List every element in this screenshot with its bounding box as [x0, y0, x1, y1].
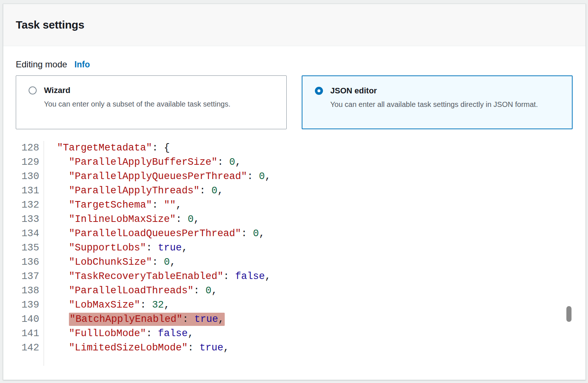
option-card-wizard[interactable]: WizardYou can enter only a subset of the…: [16, 75, 287, 129]
code-line-text: "LobChunkSize": 0,: [39, 255, 176, 269]
code-line-129[interactable]: 129 "ParallelApplyBufferSize": 0,: [3, 155, 585, 170]
code-line-132[interactable]: 132 "TargetSchema": "",: [3, 198, 585, 212]
option-card-row: JSON editorYou can enter all available t…: [302, 76, 572, 110]
info-link[interactable]: Info: [74, 60, 90, 70]
line-number: 137: [3, 269, 39, 284]
line-number: 139: [3, 298, 39, 312]
task-settings-panel: Task settings Editing mode Info WizardYo…: [3, 4, 586, 380]
code-line-133[interactable]: 133 "InlineLobMaxSize": 0,: [3, 212, 585, 227]
code-line-text: "TargetSchema": "",: [39, 198, 182, 212]
highlighted-code: "BatchApplyEnabled": true,: [69, 313, 225, 326]
code-line-text: "TargetMetadata": {: [39, 141, 170, 155]
code-line-142[interactable]: 142 "LimitedSizeLobMode": true,: [3, 341, 585, 355]
line-number: 142: [3, 341, 39, 355]
code-line-text: "ParallelLoadThreads": 0,: [39, 284, 217, 298]
code-line-135[interactable]: 135 "SupportLobs": true,: [3, 241, 585, 255]
code-line-text: "ParallelLoadQueuesPerThread": 0,: [39, 227, 265, 241]
option-description: You can enter only a subset of the avail…: [44, 98, 230, 110]
option-card-row: WizardYou can enter only a subset of the…: [16, 76, 286, 110]
line-number: 134: [3, 227, 39, 241]
option-label: Wizard: [44, 85, 230, 96]
wizard-radio-button[interactable]: [29, 86, 37, 94]
code-line-text: "SupportLobs": true,: [39, 241, 188, 255]
option-text: WizardYou can enter only a subset of the…: [44, 85, 230, 110]
code-line-128[interactable]: 128 "TargetMetadata": {: [3, 141, 585, 155]
line-number: 130: [3, 170, 39, 184]
json-code-editor[interactable]: 128 "TargetMetadata": {129 "ParallelAppl…: [3, 141, 585, 355]
code-line-text: "TaskRecoveryTableEnabled": false,: [39, 269, 271, 284]
code-line-text: "ParallelApplyBufferSize": 0,: [39, 155, 241, 170]
json-editor-radio-button[interactable]: [315, 87, 323, 95]
code-line-text: "ParallelApplyQueuesPerThread": 0,: [39, 170, 271, 184]
code-line-text: "LobMaxSize": 32,: [39, 298, 170, 312]
code-line-130[interactable]: 130 "ParallelApplyQueuesPerThread": 0,: [3, 170, 585, 184]
code-line-137[interactable]: 137 "TaskRecoveryTableEnabled": false,: [3, 269, 585, 284]
option-card-json-editor[interactable]: JSON editorYou can enter all available t…: [302, 75, 573, 129]
line-number: 133: [3, 212, 39, 227]
code-line-text: "ParallelApplyThreads": 0,: [39, 184, 223, 198]
line-number: 140: [3, 312, 39, 327]
code-line-138[interactable]: 138 "ParallelLoadThreads": 0,: [3, 284, 585, 298]
option-text: JSON editorYou can enter all available t…: [330, 86, 538, 110]
code-line-text: "FullLobMode": false,: [39, 327, 194, 341]
code-line-text: "LimitedSizeLobMode": true,: [39, 341, 229, 355]
panel-header: Task settings: [3, 4, 585, 46]
line-number: 132: [3, 198, 39, 212]
code-line-text: "InlineLobMaxSize": 0,: [39, 212, 199, 227]
code-line-text: "BatchApplyEnabled": true,: [39, 312, 225, 327]
page-background: { "header": { "title": "Task settings" }…: [0, 0, 588, 383]
line-number: 136: [3, 255, 39, 269]
scrollbar-thumb[interactable]: [566, 306, 572, 322]
code-line-141[interactable]: 141 "FullLobMode": false,: [3, 327, 585, 341]
panel-title: Task settings: [16, 19, 84, 31]
option-label: JSON editor: [330, 86, 538, 96]
line-number: 129: [3, 155, 39, 170]
code-line-139[interactable]: 139 "LobMaxSize": 32,: [3, 298, 585, 312]
code-line-131[interactable]: 131 "ParallelApplyThreads": 0,: [3, 184, 585, 198]
editing-mode-cards: WizardYou can enter only a subset of the…: [16, 75, 585, 129]
code-line-134[interactable]: 134 "ParallelLoadQueuesPerThread": 0,: [3, 227, 585, 241]
code-line-136[interactable]: 136 "LobChunkSize": 0,: [3, 255, 585, 269]
line-number: 141: [3, 327, 39, 341]
line-number: 138: [3, 284, 39, 298]
option-description: You can enter all available task setting…: [330, 99, 538, 110]
line-number: 135: [3, 241, 39, 255]
line-number: 131: [3, 184, 39, 198]
editing-mode-label: Editing mode: [16, 59, 67, 70]
line-number: 128: [3, 141, 39, 155]
editing-mode-row: Editing mode Info: [16, 59, 585, 70]
code-line-140[interactable]: 140 "BatchApplyEnabled": true,: [3, 312, 585, 327]
